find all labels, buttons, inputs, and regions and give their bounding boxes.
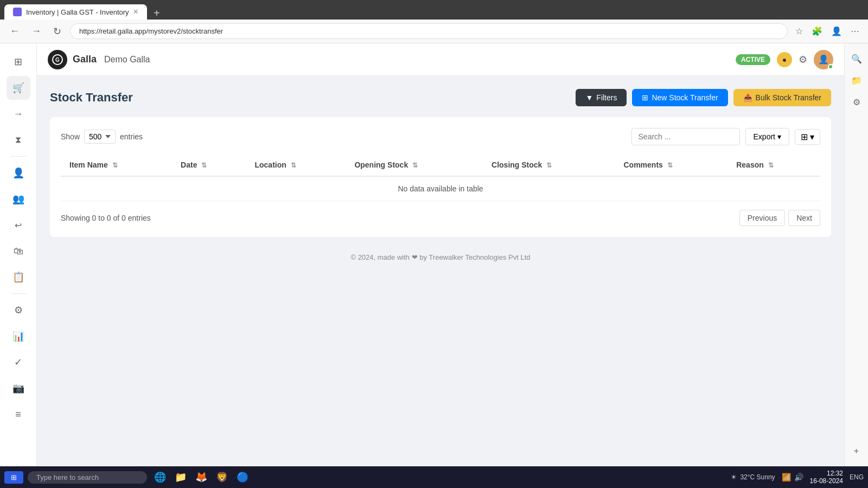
col-reason-label: Reason: [736, 160, 764, 169]
sidebar-item-dashboard[interactable]: ⊞: [7, 50, 30, 74]
col-reason[interactable]: Reason ⇅: [727, 154, 820, 176]
logo-icon: G: [48, 50, 67, 69]
top-header: G Galla Demo Galla ACTIVE ● ⚙ 👤: [37, 43, 844, 76]
back-button[interactable]: ←: [7, 23, 23, 39]
col-location[interactable]: Location ⇅: [246, 154, 346, 176]
system-tray: ☀ 32°C Sunny: [731, 473, 775, 481]
clock-section: 12:32 16-08-2024: [810, 470, 843, 485]
left-sidebar: ⊞ 🛒 → ⧗ 👤 👥 ↩ 🛍 📋 ⚙ 📊 ✓ 📷 ≡: [0, 43, 37, 466]
col-comments-sort-icon: ⇅: [667, 162, 673, 169]
weather-text: 32°C Sunny: [740, 473, 775, 481]
footer-text: © 2024, made with ❤ by Treewalker Techno…: [350, 253, 530, 261]
settings-icon[interactable]: ⚙: [799, 54, 807, 66]
filters-button[interactable]: ▼ Filters: [576, 89, 627, 106]
active-status-badge: ACTIVE: [736, 54, 770, 65]
previous-button[interactable]: Previous: [739, 210, 785, 226]
tab-title: Inventory | Galla GST - Inventory: [26, 8, 129, 16]
browser-tab[interactable]: Inventory | Galla GST - Inventory ×: [4, 4, 147, 20]
sidebar-item-users[interactable]: 👥: [7, 187, 30, 211]
export-button[interactable]: Export ▾: [745, 128, 789, 145]
sidebar-item-insights[interactable]: 📊: [7, 324, 30, 348]
right-settings-icon[interactable]: ⚙: [848, 93, 865, 111]
right-add-icon[interactable]: +: [848, 442, 865, 460]
col-date-sort-icon: ⇅: [201, 162, 207, 169]
windows-icon: ⊞: [11, 473, 17, 481]
bulk-stock-transfer-button[interactable]: 📤 Bulk Stock Transfer: [733, 89, 831, 106]
logo-text: Galla: [73, 54, 97, 65]
sidebar-item-camera[interactable]: 📷: [7, 376, 30, 400]
sidebar-item-returns[interactable]: ↩: [7, 213, 30, 237]
avatar[interactable]: 👤: [814, 50, 833, 69]
taskbar-search-input[interactable]: [28, 471, 147, 484]
svg-text:G: G: [55, 57, 60, 63]
favorites-icon[interactable]: ☆: [793, 24, 805, 38]
col-closing-stock[interactable]: Closing Stock ⇅: [483, 154, 615, 176]
sidebar-item-more[interactable]: ≡: [7, 402, 30, 426]
col-reason-sort-icon: ⇅: [768, 162, 774, 169]
col-closing-stock-label: Closing Stock: [492, 160, 542, 169]
sidebar-item-tasks[interactable]: ✓: [7, 350, 30, 374]
more-icon[interactable]: ⋯: [848, 24, 861, 38]
sidebar-item-settings[interactable]: ⚙: [7, 298, 30, 322]
taskbar-right: ☀ 32°C Sunny 📶 🔊 12:32 16-08-2024 ENG: [731, 470, 864, 485]
taskbar-brave-icon[interactable]: 🦁: [213, 468, 231, 486]
header-right: ACTIVE ● ⚙ 👤: [736, 50, 833, 69]
table-body: No data available in table: [61, 176, 820, 201]
no-data-message: No data available in table: [61, 176, 820, 201]
export-dropdown-icon: ▾: [777, 132, 781, 141]
export-label: Export: [754, 132, 775, 141]
sidebar-item-orders[interactable]: 🛒: [7, 76, 30, 100]
new-stock-transfer-button[interactable]: ⊞ New Stock Transfer: [632, 89, 727, 106]
taskbar-chrome-icon[interactable]: 🔵: [234, 468, 251, 486]
coin-badge: ●: [777, 52, 792, 67]
right-search-icon[interactable]: 🔍: [848, 50, 865, 67]
filters-label: Filters: [596, 93, 617, 102]
url-text: https://retail.galla.app/mystorev2/stock…: [79, 27, 223, 35]
clock-date: 16-08-2024: [810, 477, 843, 485]
toggle-dropdown-icon: ▾: [810, 132, 814, 142]
tray-volume-icon[interactable]: 🔊: [794, 473, 803, 481]
tray-network-icon[interactable]: 📶: [782, 473, 791, 481]
forward-button[interactable]: →: [28, 23, 44, 39]
right-sidebar: 🔍 📁 ⚙ +: [844, 43, 868, 466]
right-folder-icon[interactable]: 📁: [848, 72, 865, 89]
address-bar[interactable]: https://retail.galla.app/mystorev2/stock…: [70, 23, 788, 39]
tab-close-button[interactable]: ×: [133, 8, 138, 16]
tab-favicon: [13, 8, 22, 16]
search-input[interactable]: [631, 128, 740, 145]
entries-label: entries: [120, 132, 143, 141]
sidebar-item-shop[interactable]: 🛍: [7, 239, 30, 263]
page-header: Stock Transfer ▼ Filters ⊞ New Stock Tra…: [50, 89, 831, 106]
col-location-sort-icon: ⇅: [291, 162, 296, 169]
table-header: Item Name ⇅ Date ⇅ Location ⇅: [61, 154, 820, 176]
profile-icon[interactable]: 👤: [829, 24, 844, 38]
table-container: Show 500 10 25 50 100 entries: [50, 117, 831, 237]
footer: © 2024, made with ❤ by Treewalker Techno…: [50, 253, 831, 261]
col-opening-stock-label: Opening Stock: [354, 160, 408, 169]
start-button[interactable]: ⊞: [4, 471, 23, 484]
col-opening-stock[interactable]: Opening Stock ⇅: [346, 154, 483, 176]
taskbar-firefox-icon[interactable]: 🦊: [193, 468, 210, 486]
content-area: G Galla Demo Galla ACTIVE ● ⚙ 👤: [37, 43, 844, 466]
sidebar-item-transfers[interactable]: →: [7, 102, 30, 126]
new-tab-button[interactable]: +: [149, 7, 164, 20]
col-item-name[interactable]: Item Name ⇅: [61, 154, 172, 176]
col-comments[interactable]: Comments ⇅: [615, 154, 727, 176]
taskbar: ⊞ 🌐 📁 🦊 🦁 🔵 ☀ 32°C Sunny 📶 🔊 12:32 16-08…: [0, 466, 868, 488]
view-toggle-button[interactable]: ⊞ ▾: [795, 129, 820, 145]
next-button[interactable]: Next: [788, 210, 820, 226]
sidebar-item-customers[interactable]: 👤: [7, 161, 30, 185]
refresh-button[interactable]: ↻: [50, 23, 65, 40]
table-controls: Show 500 10 25 50 100 entries: [61, 128, 820, 145]
taskbar-edge-icon[interactable]: 🌐: [151, 468, 169, 486]
sidebar-item-reports[interactable]: 📋: [7, 265, 30, 289]
page-content: Stock Transfer ▼ Filters ⊞ New Stock Tra…: [37, 76, 844, 466]
extensions-icon[interactable]: 🧩: [809, 24, 825, 38]
sidebar-item-analytics[interactable]: ⧗: [7, 128, 30, 152]
col-date[interactable]: Date ⇅: [172, 154, 246, 176]
col-location-label: Location: [254, 160, 286, 169]
taskbar-explorer-icon[interactable]: 📁: [172, 468, 189, 486]
bulk-stock-transfer-label: Bulk Stock Transfer: [756, 93, 821, 102]
entries-select[interactable]: 500 10 25 50 100: [84, 130, 116, 144]
table-search-export: Export ▾ ⊞ ▾: [631, 128, 820, 145]
